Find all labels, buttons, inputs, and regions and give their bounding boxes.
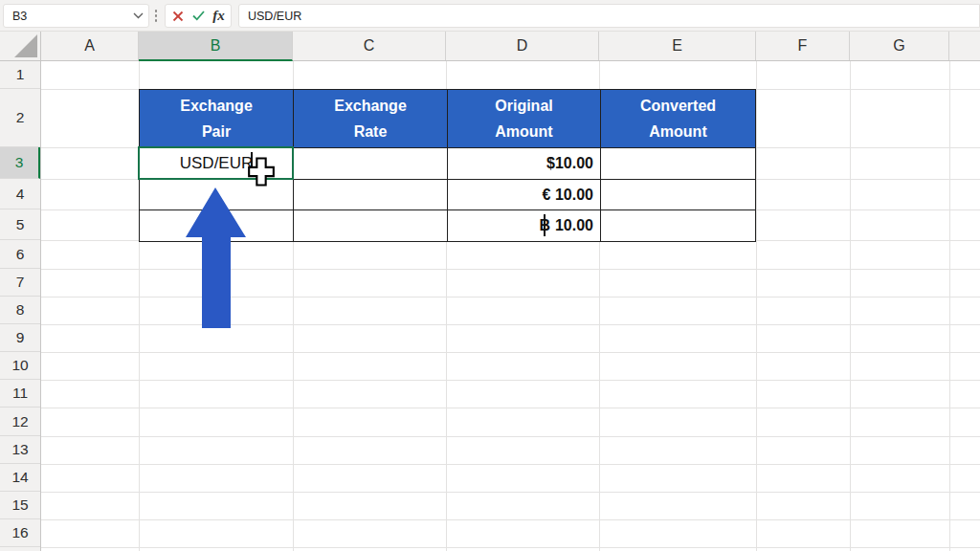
column-header-F[interactable]: F: [756, 32, 850, 60]
row-header-column: 1 2 3 4 5 6 7 8 9 10 11 12 13 14 15 16: [0, 61, 41, 551]
cell-D5[interactable]: B 10.00: [448, 210, 601, 241]
row-header-4[interactable]: 4: [0, 179, 40, 209]
name-box-value: B3: [4, 10, 127, 23]
gridline-horizontal: [41, 324, 980, 325]
cell-D4[interactable]: € 10.00: [448, 180, 601, 210]
baht-vertical-stroke: [544, 214, 546, 236]
cell-D3[interactable]: $10.00: [448, 148, 601, 180]
row-header-5[interactable]: 5: [0, 209, 40, 240]
column-header-D[interactable]: D: [446, 32, 599, 60]
cell-C3[interactable]: [294, 148, 448, 180]
row-header-14[interactable]: 14: [0, 464, 40, 492]
column-header-partial[interactable]: [949, 32, 980, 60]
cell-C5[interactable]: [294, 210, 448, 241]
gridline-horizontal: [41, 352, 980, 353]
cell-E5[interactable]: [601, 210, 755, 241]
baht-amount: 10.00: [555, 217, 593, 234]
column-header-A[interactable]: A: [41, 32, 139, 60]
row-header-8[interactable]: 8: [0, 297, 40, 324]
row-header-9[interactable]: 9: [0, 324, 40, 352]
cell-C4[interactable]: [294, 180, 448, 210]
cell-B2[interactable]: Exchange Pair: [140, 90, 294, 148]
row-header-15[interactable]: 15: [0, 492, 40, 519]
column-header-C[interactable]: C: [293, 32, 446, 60]
gridline-horizontal: [41, 464, 980, 465]
annotation-arrow-up: [186, 187, 246, 328]
row-header-16[interactable]: 16: [0, 519, 40, 547]
gridline-horizontal: [41, 269, 980, 270]
cell-C2[interactable]: Exchange Rate: [294, 90, 448, 148]
row-header-10[interactable]: 10: [0, 352, 40, 380]
gridline-horizontal: [41, 436, 980, 437]
formula-bar-handle-icon[interactable]: [151, 6, 161, 26]
chevron-down-icon[interactable]: [127, 12, 148, 19]
baht-currency-symbol: B: [539, 217, 550, 234]
row-header-12[interactable]: 12: [0, 408, 40, 436]
column-header-E[interactable]: E: [599, 32, 756, 60]
row-header-11[interactable]: 11: [0, 380, 40, 408]
name-box[interactable]: B3: [3, 4, 149, 28]
formula-buttons-group: fx: [165, 4, 232, 28]
gridline-horizontal: [41, 547, 980, 548]
cancel-x-icon[interactable]: [169, 8, 187, 25]
row-header-2[interactable]: 2: [0, 89, 40, 147]
formula-bar-text: USD/EUR: [239, 10, 301, 23]
gridline-horizontal: [41, 408, 980, 408]
gridline-horizontal: [41, 380, 980, 381]
enter-check-icon[interactable]: [189, 8, 207, 25]
select-all-corner[interactable]: [0, 32, 41, 60]
gridline-horizontal: [41, 492, 980, 493]
select-all-triangle-icon: [14, 34, 37, 57]
gridline-vertical: [756, 61, 757, 551]
formula-bar-row: B3 fx USD/EUR: [0, 0, 980, 32]
cell-plus-cursor-icon: [248, 157, 275, 187]
gridline-horizontal: [41, 519, 980, 520]
column-header-G[interactable]: G: [850, 32, 949, 60]
insert-function-fx-icon[interactable]: fx: [211, 8, 228, 25]
gridline-vertical: [949, 61, 950, 551]
cell-E3[interactable]: [601, 148, 755, 180]
cell-E2[interactable]: Converted Amount: [601, 90, 755, 148]
formula-bar-input[interactable]: USD/EUR: [238, 4, 980, 28]
cell-D2[interactable]: Original Amount: [448, 90, 601, 148]
row-header-7[interactable]: 7: [0, 269, 40, 297]
row-header-6[interactable]: 6: [0, 240, 40, 269]
column-header-B-selected[interactable]: B: [139, 32, 293, 61]
gridline-horizontal: [41, 297, 980, 298]
cell-E4[interactable]: [601, 180, 755, 210]
gridline-vertical: [850, 61, 851, 551]
row-header-13[interactable]: 13: [0, 436, 40, 464]
row-header-1[interactable]: 1: [0, 61, 40, 89]
row-header-3-selected[interactable]: 3: [0, 147, 40, 179]
column-header-row: A B C D E F G: [0, 32, 980, 61]
spreadsheet-app: Exchange Pair Exchange Rate Original Amo…: [0, 0, 980, 551]
